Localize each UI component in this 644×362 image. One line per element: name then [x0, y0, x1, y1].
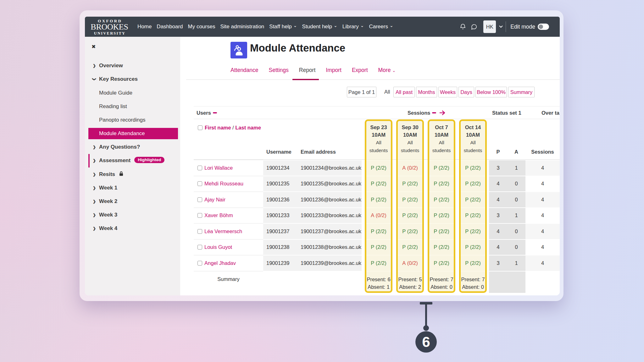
svg-text:6: 6 — [422, 334, 430, 350]
